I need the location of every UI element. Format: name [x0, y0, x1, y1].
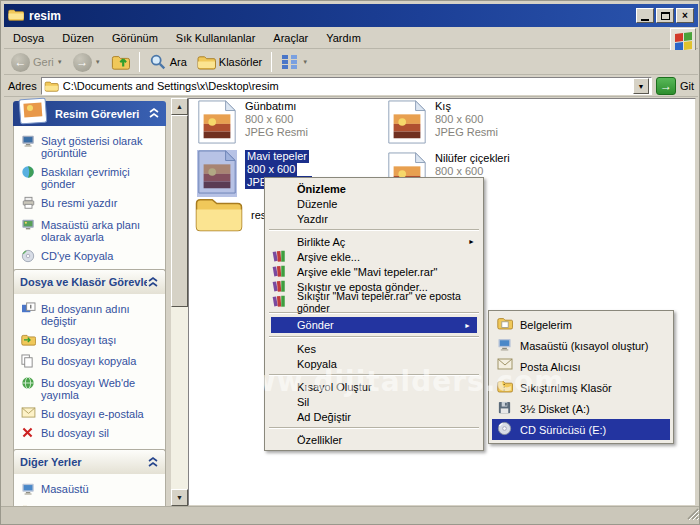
picture-tasks-header[interactable]: Resim Görevleri	[13, 101, 166, 126]
sendto-disket[interactable]: 3½ Disket (A:)	[492, 398, 670, 419]
menu-item-kisayol-olustur[interactable]: Kısayol Oluştur	[267, 379, 481, 394]
address-dropdown-button[interactable]: ▼	[633, 78, 649, 94]
file-tile-kis[interactable]: Kış 800 x 600 JPEG Resmi	[387, 100, 498, 147]
desktop-shortcut-icon	[497, 337, 513, 354]
task-copy-file[interactable]: Bu dosyayı kopyala	[21, 355, 161, 370]
views-dropdown-icon[interactable]: ▼	[302, 59, 308, 65]
forward-dropdown-icon[interactable]: ▼	[95, 59, 101, 65]
back-icon: ←	[11, 53, 30, 72]
file-tile-gunbatimi[interactable]: Günbatımı 800 x 600 JPEG Resmi	[197, 100, 308, 147]
winrar-icon	[272, 294, 287, 310]
address-folder-icon	[44, 80, 59, 92]
menu-separator	[269, 374, 479, 376]
order-prints-icon	[21, 165, 36, 181]
winrar-icon	[272, 264, 287, 280]
task-copy-to-cd[interactable]: CD'ye Kopyala	[21, 250, 161, 265]
collapse-chevron-icon[interactable]	[147, 276, 159, 289]
sendto-cd-surucusu[interactable]: CD Sürücüsü (E:)	[492, 419, 670, 440]
toolbar-separator	[271, 52, 272, 72]
maximize-button[interactable]	[656, 8, 674, 23]
menu-item-kopyala[interactable]: Kopyala	[267, 356, 481, 371]
panel-title: Resim Görevleri	[55, 108, 139, 120]
views-button[interactable]: ▼	[278, 53, 311, 71]
file-name: Günbatımı	[245, 100, 308, 113]
window-folder-icon	[8, 7, 24, 25]
menu-gorunum[interactable]: Görünüm	[103, 29, 167, 47]
address-input[interactable]: C:\Documents and Settings\x\Desktop\resi…	[41, 77, 652, 95]
menu-item-birlikte-ac[interactable]: Birlikte Aç►	[267, 234, 481, 249]
back-dropdown-icon[interactable]: ▼	[57, 59, 63, 65]
menu-sik-kullanilanlar[interactable]: Sık Kullanılanlar	[167, 29, 265, 47]
close-button[interactable]: ×	[676, 8, 694, 23]
menu-item-duzenle[interactable]: Düzenle	[267, 196, 481, 211]
menu-separator	[269, 229, 479, 231]
jpeg-file-icon	[197, 100, 237, 147]
collapse-chevron-icon[interactable]	[147, 456, 159, 469]
task-publish-web[interactable]: Bu dosyayı Web'de yayımla	[21, 377, 161, 401]
menu-item-onizleme[interactable]: Önizleme	[267, 181, 481, 196]
menu-dosya[interactable]: Dosya	[4, 29, 53, 47]
web-publish-icon	[21, 376, 36, 392]
menu-item-kes[interactable]: Kes	[267, 341, 481, 356]
task-rename-file[interactable]: Bu dosyanın adını değiştir	[21, 303, 161, 327]
resize-grip[interactable]	[685, 506, 699, 524]
sendto-posta-alicisi[interactable]: Posta Alıcısı	[492, 356, 670, 377]
task-set-wallpaper[interactable]: Masaüstü arka planı olarak ayarla	[21, 219, 161, 243]
menu-item-sil[interactable]: Sil	[267, 394, 481, 409]
menu-item-arsive-ekle[interactable]: Arşive ekle...	[267, 249, 481, 264]
task-email-file[interactable]: Bu dosyayı e-postala	[21, 408, 161, 420]
slideshow-icon	[21, 134, 36, 150]
file-name: Mavi tepeler	[245, 150, 309, 163]
file-dims: 800 x 600	[245, 113, 308, 126]
search-button[interactable]: Ara	[146, 52, 190, 72]
task-order-prints[interactable]: Baskıları çevrimiçi gönder	[21, 166, 161, 190]
other-places-header[interactable]: Diğer Yerler	[13, 449, 166, 474]
addressbar: Adres C:\Documents and Settings\x\Deskto…	[4, 76, 698, 97]
place-desktop[interactable]: Masaüstü	[21, 483, 161, 498]
folders-button[interactable]: Klasörler	[194, 53, 265, 71]
context-menu: Önizleme Düzenle Yazdır Birlikte Aç► Arş…	[264, 177, 484, 451]
desktop-icon	[21, 482, 36, 498]
address-label: Adres	[8, 80, 37, 92]
sendto-belgelerim[interactable]: Belgelerim	[492, 314, 670, 335]
menu-item-ozellikler[interactable]: Özellikler	[267, 432, 481, 447]
delete-icon	[21, 426, 36, 441]
scrollbar-thumb[interactable]	[171, 115, 188, 307]
menu-separator	[269, 427, 479, 429]
sidebar-scrollbar[interactable]: ▲ ▼	[171, 98, 188, 506]
forward-button[interactable]: → ▼	[70, 52, 104, 73]
menu-item-ad-degistir[interactable]: Ad Değiştir	[267, 409, 481, 424]
sendto-masaustu[interactable]: Masaüstü (kısayol oluştur)	[492, 335, 670, 356]
file-tasks-panel: Dosya ve Klasör Görevleri Bu dosyanın ad…	[13, 269, 166, 455]
folder-icon	[195, 194, 243, 237]
menu-yardim[interactable]: Yardım	[317, 29, 370, 47]
sendto-sikistirilmis-klasor[interactable]: Sıkıştırılmış Klasör	[492, 377, 670, 398]
menu-araclar[interactable]: Araçlar	[264, 29, 317, 47]
file-tasks-header[interactable]: Dosya ve Klasör Görevleri	[13, 269, 166, 294]
up-button[interactable]	[108, 52, 133, 72]
floppy-disk-icon	[497, 400, 512, 417]
forward-icon: →	[73, 53, 92, 72]
scroll-down-button[interactable]: ▼	[171, 489, 188, 506]
titlebar[interactable]: resim ×	[4, 4, 698, 27]
scroll-up-button[interactable]: ▲	[171, 98, 188, 115]
picture-tasks-icon	[18, 97, 50, 129]
file-dims: 800 x 600	[435, 113, 498, 126]
menu-item-gonder[interactable]: Gönder►	[271, 317, 477, 333]
task-slideshow[interactable]: Slayt gösterisi olarak görüntüle	[21, 135, 161, 159]
folders-icon	[197, 54, 216, 70]
toolbar: ← Geri ▼ → ▼ Ara Klasör	[4, 50, 698, 75]
go-button[interactable]: →	[656, 77, 676, 95]
menu-item-sikistir-rar-eposta[interactable]: Sıkıştır "Mavi tepeler.rar" ve eposta gö…	[267, 294, 481, 309]
collapse-chevron-icon[interactable]	[148, 107, 160, 120]
task-print-picture[interactable]: Bu resmi yazdır	[21, 197, 161, 212]
task-move-file[interactable]: Bu dosyayı taşı	[21, 334, 161, 348]
menu-item-yazdir[interactable]: Yazdır	[267, 211, 481, 226]
menubar: Dosya Düzen Görünüm Sık Kullanılanlar Ar…	[4, 27, 698, 49]
back-button[interactable]: ← Geri ▼	[8, 52, 66, 73]
task-delete-file[interactable]: Bu dosyayı sil	[21, 427, 161, 441]
menu-duzen[interactable]: Düzen	[53, 29, 103, 47]
cd-icon	[21, 249, 36, 265]
minimize-button[interactable]	[636, 8, 654, 23]
menu-item-arsive-ekle-rar[interactable]: Arşive ekle "Mavi tepeler.rar"	[267, 264, 481, 279]
